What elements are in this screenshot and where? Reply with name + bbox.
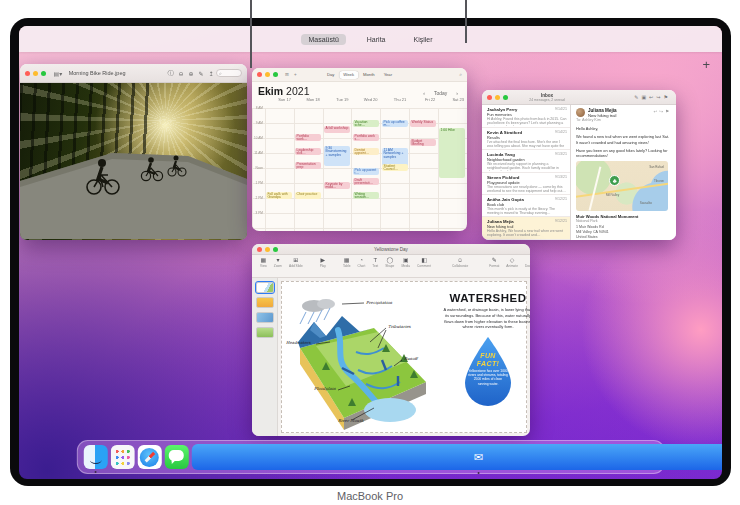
calendar-event[interactable]: Pick up coffee m…: [382, 120, 408, 127]
launchpad-icon[interactable]: [110, 445, 134, 469]
toolbar-button[interactable]: ◔ Chart: [358, 257, 366, 268]
toolbar-button[interactable]: ◧ Comment: [417, 257, 431, 268]
mail-message-list[interactable]: Jackalyn Perry9/14/21 Fun memories Hi As…: [482, 105, 571, 240]
toolbar-icon: ▾: [276, 257, 279, 264]
fun-fact-body: Yellowstone has over 1000 rivers and str…: [468, 369, 508, 386]
toolbar-label: Comment: [417, 264, 431, 268]
calendar-event[interactable]: Choir practice: [295, 192, 321, 199]
minimize-button[interactable]: [33, 71, 38, 76]
view-option[interactable]: Month: [359, 71, 379, 79]
calendar-event[interactable]: Writing session…: [353, 192, 379, 199]
calendar-event[interactable]: 9:30 Brainstorming + samples: [324, 146, 350, 166]
flag-icon[interactable]: ⚑: [664, 94, 671, 100]
zoom-out-icon[interactable]: ⊖: [178, 70, 183, 77]
day-header: Wed 20: [352, 97, 381, 108]
preview-window[interactable]: ▤▾ Morning Bike Ride.jpeg ⓘ ⊖ ⊕ ✎ ↥ ⌕: [20, 64, 247, 240]
share-icon[interactable]: ↥: [208, 70, 213, 77]
close-button[interactable]: [25, 71, 30, 76]
toolbar-button[interactable]: ▶ Play: [320, 257, 326, 268]
calendar-event[interactable]: Fall walk with Grandpa: [266, 192, 292, 199]
slide-navigator[interactable]: [252, 278, 278, 436]
toolbar-button[interactable]: T Text: [372, 257, 378, 268]
watershed-slide[interactable]: Precipitation Tributaries Headwaters Run…: [281, 281, 527, 433]
minimize-button[interactable]: [495, 95, 500, 100]
calendar-event[interactable]: 1:00 Hike: [439, 128, 465, 178]
slide-thumbnail-4[interactable]: [256, 327, 274, 338]
calendar-event[interactable]: Pick up parent t…: [353, 168, 379, 175]
toolbar-button[interactable]: ▦ View: [260, 257, 267, 268]
map-attachment[interactable]: San Rafael Mill Valley Sausalito Tiburon…: [576, 161, 668, 211]
calendar-event[interactable]: Presentation prep: [295, 162, 321, 169]
zoom-in-icon[interactable]: ⊕: [188, 70, 193, 77]
mail-icon[interactable]: ✉: [191, 444, 722, 470]
toolbar-button[interactable]: ◯ Shape: [385, 257, 394, 268]
slide-thumbnail-2[interactable]: [256, 297, 274, 308]
flag-icon[interactable]: ⚑: [665, 109, 671, 114]
prev-week-button[interactable]: ‹: [420, 89, 428, 97]
finder-icon[interactable]: [83, 445, 107, 469]
slide-thumbnail-1[interactable]: [256, 282, 274, 293]
toolbar-button[interactable]: ▤ Document: [525, 257, 530, 268]
info-icon[interactable]: ⓘ: [167, 69, 173, 78]
toolbar-icon: ▦: [344, 257, 350, 264]
calendar-event[interactable]: Draft presentati…: [353, 178, 379, 185]
zoom-button[interactable]: [41, 71, 46, 76]
calendar-event[interactable]: Leadership skill…: [295, 148, 321, 155]
search-icon[interactable]: ⌕: [459, 71, 462, 78]
view-option[interactable]: Week: [339, 71, 358, 79]
toolbar-button[interactable]: ✎ Format: [489, 257, 499, 268]
mail-list-item[interactable]: Steven Pickford9/13/21 Playground update…: [482, 173, 570, 195]
calendar-event[interactable]: Portfolio work s…: [353, 134, 379, 141]
view-option[interactable]: Day: [323, 71, 338, 79]
safari-icon[interactable]: [137, 445, 161, 469]
calendar-event[interactable]: Weekly Status: [410, 120, 436, 127]
sidebar-icon[interactable]: ▤▾: [54, 70, 63, 77]
calendar-event[interactable]: Portfolio work…: [295, 134, 321, 141]
calendar-event[interactable]: Budget Meeting: [410, 139, 436, 146]
toolbar-button[interactable]: ⊞ Add Slide: [289, 257, 303, 268]
mail-list-item[interactable]: Jackalyn Perry9/14/21 Fun memories Hi As…: [482, 105, 570, 128]
zoom-button[interactable]: [273, 72, 278, 77]
mail-list-item[interactable]: Anitha Jain Gupta9/12/21 Book club This …: [482, 195, 570, 217]
calendar-add-event-icon[interactable]: ⊞ +: [285, 72, 299, 77]
calendar-event[interactable]: Student Council…: [382, 164, 408, 171]
mail-list-item[interactable]: Kevin A Stratford9/14/21 Results I've at…: [482, 128, 570, 151]
day-header: Sun 17: [265, 97, 294, 108]
toolbar-button[interactable]: ▾ Zoom: [274, 257, 282, 268]
calendar-view-switcher[interactable]: DayWeekMonthYear: [323, 71, 396, 79]
calendar-day-headers: Sun 17Mon 18Tue 19Wed 20Thu 21Fri 22Sat …: [265, 97, 467, 108]
space-tab-kisiler[interactable]: Kişiler: [406, 34, 439, 45]
archive-icon[interactable]: ▣: [641, 94, 649, 100]
toolbar-button[interactable]: ☺ Collaborate: [452, 257, 468, 268]
calendar-event[interactable]: Vacation sche…: [353, 120, 379, 127]
toolbar-button[interactable]: ▣ Media: [401, 257, 410, 268]
space-tab-harita[interactable]: Harita: [360, 34, 393, 45]
calendar-event[interactable]: Dentist appoint…: [353, 148, 379, 155]
keynote-window[interactable]: Yellowstone Day ▦ View ▾ Zoom: [252, 244, 530, 436]
close-button[interactable]: [487, 95, 492, 100]
zoom-button[interactable]: [503, 95, 508, 100]
park-pin-icon[interactable]: ♣: [609, 175, 620, 186]
add-space-button[interactable]: +: [702, 58, 710, 71]
view-option[interactable]: Year: [380, 71, 396, 79]
today-button[interactable]: Today: [431, 89, 450, 97]
mail-window[interactable]: Inbox 24 messages, 2 unread ✎▣↩↪⚑ Jackal…: [482, 90, 676, 240]
spaces-bar: Masaüstü Harita Kişiler: [19, 26, 722, 52]
calendar-event[interactable]: A fall workshop: [324, 126, 350, 133]
markup-icon[interactable]: ✎: [198, 70, 203, 77]
space-tab-masaustu[interactable]: Masaüstü: [301, 34, 345, 45]
toolbar-button[interactable]: ▦ Table: [343, 257, 351, 268]
minimize-button[interactable]: [265, 72, 270, 77]
calendar-window[interactable]: ⊞ + DayWeekMonthYear ⌕ Ekim 2021 ‹ Today…: [252, 68, 467, 231]
forward-icon[interactable]: ↪: [656, 94, 663, 100]
toolbar-button[interactable]: ◇ Animate: [506, 257, 518, 268]
search-input[interactable]: ⌕: [216, 69, 242, 77]
slide-thumbnail-3[interactable]: [256, 312, 274, 323]
close-button[interactable]: [257, 72, 262, 77]
next-week-button[interactable]: ›: [453, 89, 461, 97]
mail-list-item[interactable]: Lucinda Yang9/13/21 Neighborhood garden …: [482, 150, 570, 173]
messages-icon[interactable]: [164, 445, 188, 469]
calendar-event[interactable]: Keynote by midd…: [324, 182, 350, 189]
diagram-label: Floodplain: [314, 386, 336, 391]
mail-list-item[interactable]: Juliana Mejia9/12/21 New hiking trail He…: [482, 217, 570, 239]
